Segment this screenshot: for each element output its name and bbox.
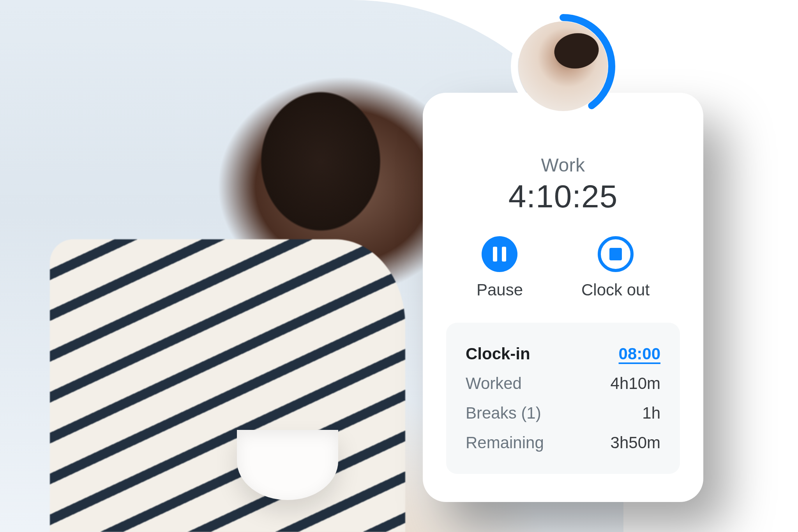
clock-out-button[interactable]: Clock out	[581, 236, 650, 299]
value-worked: 4h10m	[611, 374, 660, 393]
label-breaks: Breaks (1)	[466, 404, 541, 422]
value-clock-in[interactable]: 08:00	[619, 345, 660, 363]
label-remaining: Remaining	[466, 433, 544, 452]
time-tracking-card: Work 4:10:25 Pause Clock out Clock-in 08…	[423, 93, 703, 502]
value-remaining: 3h50m	[611, 433, 660, 452]
controls-row: Pause Clock out	[477, 236, 650, 299]
label-clock-in: Clock-in	[466, 345, 530, 363]
timer-value: 4:10:25	[508, 178, 618, 215]
pause-icon	[482, 236, 517, 272]
row-breaks: Breaks (1) 1h	[466, 398, 660, 428]
status-label: Work	[541, 154, 585, 176]
pause-label: Pause	[477, 281, 523, 299]
label-worked: Worked	[466, 374, 522, 393]
row-clock-in: Clock-in 08:00	[466, 339, 660, 369]
clock-out-label: Clock out	[581, 281, 650, 299]
stats-panel: Clock-in 08:00 Worked 4h10m Breaks (1) 1…	[446, 323, 680, 474]
avatar-progress	[510, 14, 616, 119]
photo-head	[237, 64, 404, 259]
stop-icon	[598, 236, 634, 272]
row-remaining: Remaining 3h50m	[466, 428, 660, 458]
pause-button[interactable]: Pause	[477, 236, 523, 299]
row-worked: Worked 4h10m	[466, 369, 660, 398]
photo-torso	[50, 239, 405, 532]
value-breaks: 1h	[642, 404, 660, 422]
avatar	[518, 21, 608, 111]
